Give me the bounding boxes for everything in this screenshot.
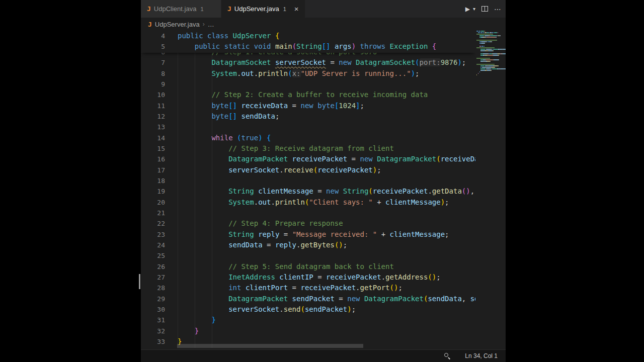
- code-text: sendData = reply.getBytes();: [178, 240, 347, 250]
- code-text: DatagramSocket serverSocket = new Datagr…: [178, 57, 466, 68]
- code-line-10[interactable]: 10 // Step 2: Create a buffer to receive…: [141, 89, 475, 100]
- line-number: 12: [141, 111, 165, 122]
- line-number: 4: [141, 31, 165, 41]
- code-text: byte[] sendData;: [178, 111, 279, 122]
- line-number: 9: [141, 79, 165, 89]
- code-line-21[interactable]: 21: [141, 208, 475, 218]
- code-line-25[interactable]: 25: [141, 250, 475, 261]
- code-text: }: [178, 315, 216, 325]
- code-text: DatagramPacket receivePacket = new Datag…: [178, 154, 475, 164]
- chevron-right-icon: ›: [203, 21, 205, 28]
- code-line-5[interactable]: 5 public static void main(String[] args)…: [141, 41, 475, 52]
- code-line-30[interactable]: 30 serverSocket.send(sendPacket);: [141, 304, 475, 315]
- breadcrumb: J UdpServer.java › …: [141, 18, 506, 31]
- edge-scroll-indicator: [139, 274, 140, 289]
- code-text: public class UdpServer {: [178, 31, 279, 41]
- code-line-22[interactable]: 22 // Step 4: Prepare response: [141, 218, 475, 229]
- more-actions-icon[interactable]: ⋯: [494, 5, 502, 13]
- line-number: 11: [141, 101, 165, 111]
- code-line-11[interactable]: 11 byte[] receiveData = new byte[1024];: [141, 101, 475, 111]
- code-line-19[interactable]: 19 String clientMessage = new String(rec…: [141, 186, 475, 197]
- code-line-31[interactable]: 31 }: [141, 315, 475, 325]
- code-line-13[interactable]: 13: [141, 122, 475, 132]
- breadcrumb-more[interactable]: …: [208, 21, 214, 28]
- line-number: 16: [141, 154, 165, 164]
- editor-actions: ▶ ▾ ⋯: [465, 0, 502, 18]
- code-line-32[interactable]: 32 }: [141, 326, 475, 336]
- code-line-16[interactable]: 16 DatagramPacket receivePacket = new Da…: [141, 154, 475, 164]
- code-text: String reply = "Message received: " + cl…: [178, 229, 449, 240]
- line-number: 28: [141, 283, 165, 293]
- line-number: 23: [141, 229, 165, 240]
- code-text: }: [178, 326, 199, 336]
- line-number: 20: [141, 197, 165, 208]
- line-number: 32: [141, 326, 165, 336]
- tab-badge: 1: [283, 6, 286, 12]
- line-number: 14: [141, 133, 165, 143]
- status-bar: Ln 34, Col 1: [141, 349, 506, 362]
- line-number: 27: [141, 272, 165, 283]
- code-text: int clientPort = receivePacket.getPort()…: [178, 283, 403, 293]
- cursor-position[interactable]: Ln 34, Col 1: [465, 352, 498, 359]
- line-number: 31: [141, 315, 165, 325]
- code-lines: 6 // Step 1: Create a socket on port 987…: [141, 47, 475, 349]
- code-line-26[interactable]: 26 // Step 5: Send datagram back to clie…: [141, 261, 475, 272]
- sticky-scroll: 4public class UdpServer {5 public static…: [141, 31, 475, 53]
- line-number: 17: [141, 165, 165, 175]
- code-viewport[interactable]: 6 // Step 1: Create a socket on port 987…: [141, 31, 475, 349]
- code-line-28[interactable]: 28 int clientPort = receivePacket.getPor…: [141, 283, 475, 293]
- horizontal-scrollbar[interactable]: [177, 344, 363, 348]
- code-line-4[interactable]: 4public class UdpServer {: [141, 31, 475, 41]
- code-text: String clientMessage = new String(receiv…: [178, 186, 475, 197]
- code-line-20[interactable]: 20 System.out.println("Client says: " + …: [141, 197, 475, 208]
- line-number: 34: [141, 347, 165, 349]
- code-text: byte[] receiveData = new byte[1024];: [178, 101, 364, 111]
- code-text: // Step 2: Create a buffer to receive in…: [178, 89, 428, 100]
- magnifier-lens: [444, 353, 448, 357]
- code-text: System.out.println(x:"UDP Server is runn…: [178, 68, 420, 79]
- magnifier-handle: [448, 357, 451, 359]
- line-number: 22: [141, 218, 165, 229]
- line-number: 33: [141, 336, 165, 347]
- minimap[interactable]: [476, 31, 506, 349]
- line-number: 13: [141, 122, 165, 132]
- code-line-7[interactable]: 7 DatagramSocket serverSocket = new Data…: [141, 57, 475, 68]
- code-line-8[interactable]: 8 System.out.println(x:"UDP Server is ru…: [141, 68, 475, 79]
- close-icon[interactable]: ×: [294, 5, 299, 13]
- line-number: 10: [141, 89, 165, 100]
- line-number: 30: [141, 304, 165, 315]
- run-dropdown-chevron-icon[interactable]: ▾: [473, 6, 475, 12]
- code-line-24[interactable]: 24 sendData = reply.getBytes();: [141, 240, 475, 250]
- line-number: 19: [141, 186, 165, 197]
- tab-udpclient[interactable]: J UdpClient.java 1: [141, 0, 221, 18]
- code-line-9[interactable]: 9: [141, 79, 475, 89]
- code-line-17[interactable]: 17 serverSocket.receive(receivePacket);: [141, 165, 475, 175]
- code-line-27[interactable]: 27 InetAddress clientIP = receivePacket.…: [141, 272, 475, 283]
- magnifier-icon[interactable]: [444, 353, 451, 359]
- tab-udpserver[interactable]: J UdpServer.java 1 ×: [221, 0, 305, 18]
- run-button[interactable]: ▶: [465, 6, 470, 13]
- code-text: serverSocket.receive(receivePacket);: [178, 165, 381, 175]
- code-text: // Step 4: Prepare response: [178, 218, 343, 229]
- tab-label: UdpClient.java: [154, 5, 197, 13]
- code-text: // Step 5: Send datagram back to client: [178, 261, 394, 272]
- screen: J UdpClient.java 1 J UdpServer.java 1 × …: [0, 0, 644, 362]
- code-line-29[interactable]: 29 DatagramPacket sendPacket = new Datag…: [141, 294, 475, 304]
- code-line-23[interactable]: 23 String reply = "Message received: " +…: [141, 229, 475, 240]
- code-line-14[interactable]: 14 while (true) {: [141, 133, 475, 143]
- split-editor-icon[interactable]: [481, 6, 488, 12]
- minimap-line: [476, 76, 506, 77]
- code-text: // Step 3: Receive datagram from client: [178, 143, 394, 154]
- tab-bar: J UdpClient.java 1 J UdpServer.java 1 × …: [141, 0, 506, 18]
- breadcrumb-file[interactable]: UdpServer.java: [155, 21, 200, 28]
- code-line-12[interactable]: 12 byte[] sendData;: [141, 111, 475, 122]
- code-text: DatagramPacket sendPacket = new Datagram…: [178, 294, 475, 304]
- code-line-15[interactable]: 15 // Step 3: Receive datagram from clie…: [141, 143, 475, 154]
- line-number: 24: [141, 240, 165, 250]
- code-line-18[interactable]: 18: [141, 175, 475, 186]
- java-file-icon: J: [147, 5, 151, 13]
- line-number: 21: [141, 208, 165, 218]
- code-text: serverSocket.send(sendPacket);: [178, 304, 356, 315]
- java-file-icon: J: [227, 5, 231, 13]
- code-area: 6 // Step 1: Create a socket on port 987…: [141, 31, 506, 349]
